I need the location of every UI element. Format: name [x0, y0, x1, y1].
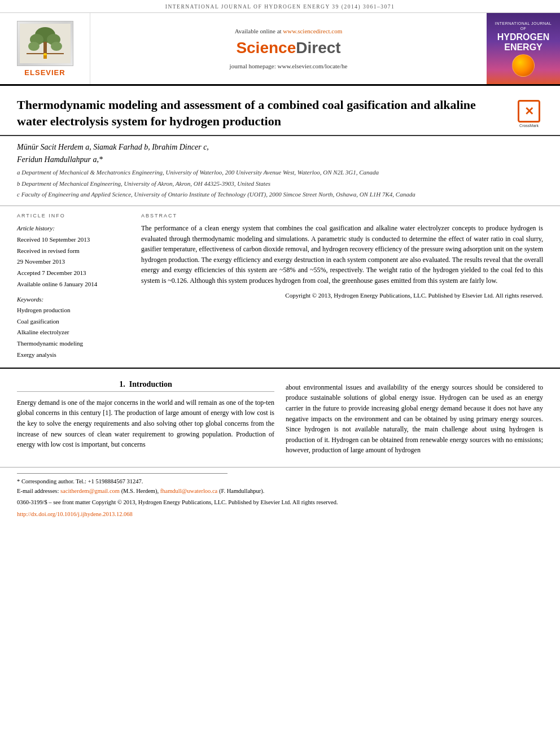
title-section: Thermodynamic modeling and assessment of… — [0, 86, 560, 136]
keyword-coal: Coal gasification — [17, 316, 130, 327]
keyword-thermo: Thermodynamic modeling — [17, 338, 130, 350]
elsevier-tree-svg — [20, 24, 71, 63]
crossmark-icon: ✕ — [518, 100, 540, 123]
body-left: 1. Introduction Energy demand is one of … — [17, 380, 274, 456]
abstract-copyright: Copyright © 2013, Hydrogen Energy Public… — [141, 291, 543, 300]
authors-line2: Feridun Hamdullahpur a,* — [17, 155, 543, 164]
history-revised: Received in revised form29 November 2013 — [17, 246, 130, 268]
elsevier-logo-box — [17, 21, 73, 66]
article-info-col: ARTICLE INFO Article history: Received 1… — [17, 213, 130, 361]
hydrogen-journal-cover: International Journal of HYDROGENENERGY — [492, 18, 554, 80]
article-info-heading: ARTICLE INFO — [17, 213, 130, 219]
history-received: Received 10 September 2013 — [17, 234, 130, 246]
email-link-2[interactable]: fhamdull@uwaterloo.ca — [160, 488, 218, 494]
keyword-exergy: Exergy analysis — [17, 350, 130, 361]
header-right: International Journal of HYDROGENENERGY — [487, 13, 560, 84]
sciencedirect-url[interactable]: www.sciencedirect.com — [283, 28, 342, 34]
hj-cover-title: International Journal of — [495, 21, 552, 31]
journal-bar-text: INTERNATIONAL JOURNAL OF HYDROGEN ENERGY… — [165, 4, 395, 10]
email-note: E-mail addresses: sacitherdem@gmail.com … — [17, 487, 543, 496]
email-link-1[interactable]: sacitherdem@gmail.com — [60, 488, 120, 494]
intro-right-text: about environmental issues and availabil… — [286, 382, 543, 456]
svg-rect-4 — [43, 42, 47, 53]
crossmark-badge[interactable]: ✕ CrossMark — [515, 100, 543, 128]
svg-point-6 — [51, 42, 62, 51]
history-label: Article history: — [17, 223, 130, 234]
authors-line1: Münür Sacit Herdem a, Siamak Farhad b, I… — [17, 143, 543, 152]
keyword-hydrogen: Hydrogen production — [17, 305, 130, 316]
journal-bar: INTERNATIONAL JOURNAL OF HYDROGEN ENERGY… — [0, 0, 560, 13]
authors-section: Münür Sacit Herdem a, Siamak Farhad b, I… — [0, 136, 560, 206]
elsevier-logo-area: ELSEVIER — [0, 13, 90, 84]
abstract-heading: ABSTRACT — [141, 213, 543, 219]
history-accepted: Accepted 7 December 2013 — [17, 268, 130, 279]
direct-text: Direct — [296, 39, 340, 56]
available-online-text: Available online at www.sciencedirect.co… — [235, 28, 343, 34]
article-history: Article history: Received 10 September 2… — [17, 223, 130, 290]
science-text: Science — [236, 39, 296, 56]
doi-link[interactable]: http://dx.doi.org/10.1016/j.ijhydene.201… — [17, 511, 133, 517]
page: INTERNATIONAL JOURNAL OF HYDROGEN ENERGY… — [0, 0, 560, 524]
keyword-alkaline: Alkaline electrolyzer — [17, 327, 130, 338]
header-section: ELSEVIER Available online at www.science… — [0, 13, 560, 86]
svg-point-9 — [43, 53, 47, 55]
article-title: Thermodynamic modeling and assessment of… — [17, 97, 506, 129]
hj-globe-graphic — [512, 54, 535, 77]
affiliation-c: c Faculty of Engineering and Applied Sci… — [17, 190, 543, 200]
journal-homepage: journal homepage: www.elsevier.com/locat… — [230, 63, 348, 69]
footer-section: * Corresponding author. Tel.: +1 5198884… — [0, 467, 560, 524]
elsevier-wordmark: ELSEVIER — [24, 68, 65, 77]
history-available: Available online 6 January 2014 — [17, 279, 130, 290]
footnote-divider — [17, 473, 228, 474]
abstract-text: The performance of a clean energy system… — [141, 223, 543, 286]
header-middle: Available online at www.sciencedirect.co… — [90, 13, 487, 84]
intro-heading: 1. Introduction — [17, 380, 274, 392]
abstract-col: ABSTRACT The performance of a clean ener… — [141, 213, 543, 361]
intro-left-text: Energy demand is one of the major concer… — [17, 397, 274, 450]
keywords-section: Keywords: Hydrogen production Coal gasif… — [17, 296, 130, 361]
body-section: 1. Introduction Energy demand is one of … — [0, 368, 560, 461]
affiliation-a: a Department of Mechanical & Mechatronic… — [17, 168, 543, 178]
hj-cover-main: HYDROGENENERGY — [497, 32, 549, 52]
body-right: about environmental issues and availabil… — [286, 380, 543, 456]
two-col-section: ARTICLE INFO Article history: Received 1… — [0, 206, 560, 368]
affiliations: a Department of Mechanical & Mechatronic… — [17, 168, 543, 200]
keywords-title: Keywords: — [17, 296, 130, 303]
affiliation-b: b Department of Mechanical Engineering, … — [17, 179, 543, 189]
crossmark-label: CrossMark — [519, 124, 539, 128]
svg-point-5 — [28, 42, 40, 51]
sciencedirect-logo: ScienceDirect — [236, 39, 340, 57]
issn-line: 0360-3199/$ – see front matter Copyright… — [17, 498, 543, 508]
corresponding-note: * Corresponding author. Tel.: +1 5198884… — [17, 477, 543, 487]
doi-line: http://dx.doi.org/10.1016/j.ijhydene.201… — [17, 510, 543, 519]
